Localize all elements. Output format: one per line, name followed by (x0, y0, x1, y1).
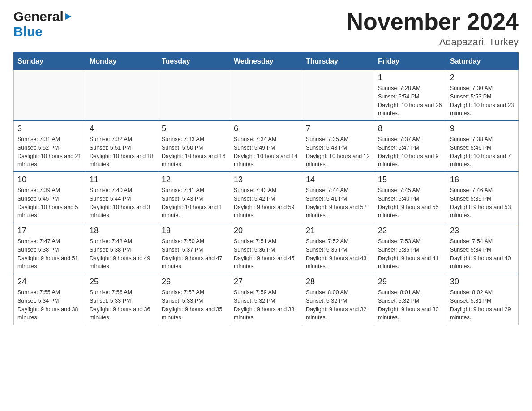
day-number: 7 (306, 124, 370, 133)
calendar-cell: 15Sunrise: 7:45 AMSunset: 5:40 PMDayligh… (374, 172, 446, 223)
day-info: Sunrise: 7:47 AMSunset: 5:38 PMDaylight:… (17, 237, 82, 271)
day-number: 16 (450, 175, 515, 184)
day-number: 15 (378, 175, 442, 184)
day-info: Sunrise: 7:51 AMSunset: 5:36 PMDaylight:… (234, 237, 298, 271)
day-number: 26 (162, 277, 226, 287)
calendar-cell (86, 70, 158, 121)
day-number: 18 (90, 226, 154, 235)
day-number: 13 (234, 175, 298, 184)
day-number: 3 (17, 124, 82, 133)
day-number: 1 (378, 73, 442, 82)
day-info: Sunrise: 7:59 AMSunset: 5:32 PMDaylight:… (234, 288, 298, 322)
calendar-week-row: 17Sunrise: 7:47 AMSunset: 5:38 PMDayligh… (14, 223, 519, 274)
calendar-header-monday: Monday (86, 53, 158, 70)
calendar-cell: 18Sunrise: 7:48 AMSunset: 5:38 PMDayligh… (86, 223, 158, 274)
calendar-table: SundayMondayTuesdayWednesdayThursdayFrid… (13, 52, 519, 325)
calendar-header-row: SundayMondayTuesdayWednesdayThursdayFrid… (14, 53, 519, 70)
day-number: 20 (234, 226, 298, 235)
day-info: Sunrise: 7:34 AMSunset: 5:49 PMDaylight:… (234, 135, 298, 169)
day-info: Sunrise: 7:45 AMSunset: 5:40 PMDaylight:… (378, 186, 442, 220)
day-number: 21 (306, 226, 370, 235)
calendar-cell: 7Sunrise: 7:35 AMSunset: 5:48 PMDaylight… (302, 121, 374, 172)
calendar-cell: 11Sunrise: 7:40 AMSunset: 5:44 PMDayligh… (86, 172, 158, 223)
day-number: 5 (162, 124, 226, 133)
calendar-cell: 4Sunrise: 7:32 AMSunset: 5:51 PMDaylight… (86, 121, 158, 172)
day-number: 19 (162, 226, 226, 235)
calendar-cell: 3Sunrise: 7:31 AMSunset: 5:52 PMDaylight… (14, 121, 86, 172)
day-number: 29 (378, 277, 442, 287)
day-number: 27 (234, 277, 298, 287)
day-number: 10 (17, 175, 82, 184)
calendar-header-saturday: Saturday (446, 53, 519, 70)
logo: General Blue (13, 9, 73, 39)
calendar-cell: 22Sunrise: 7:53 AMSunset: 5:35 PMDayligh… (374, 223, 446, 274)
calendar-cell: 26Sunrise: 7:57 AMSunset: 5:33 PMDayligh… (158, 274, 230, 325)
month-title: November 2024 (347, 9, 519, 34)
day-info: Sunrise: 7:53 AMSunset: 5:35 PMDaylight:… (378, 237, 442, 271)
day-info: Sunrise: 7:41 AMSunset: 5:43 PMDaylight:… (162, 186, 226, 220)
calendar-cell: 29Sunrise: 8:01 AMSunset: 5:32 PMDayligh… (374, 274, 446, 325)
day-info: Sunrise: 8:01 AMSunset: 5:32 PMDaylight:… (378, 288, 442, 322)
calendar-cell: 23Sunrise: 7:54 AMSunset: 5:34 PMDayligh… (446, 223, 519, 274)
day-info: Sunrise: 7:55 AMSunset: 5:34 PMDaylight:… (17, 288, 82, 322)
svg-marker-0 (65, 13, 72, 20)
calendar-week-row: 10Sunrise: 7:39 AMSunset: 5:45 PMDayligh… (14, 172, 519, 223)
calendar-cell: 14Sunrise: 7:44 AMSunset: 5:41 PMDayligh… (302, 172, 374, 223)
calendar-cell: 19Sunrise: 7:50 AMSunset: 5:37 PMDayligh… (158, 223, 230, 274)
calendar-header-wednesday: Wednesday (230, 53, 302, 70)
calendar-cell: 2Sunrise: 7:30 AMSunset: 5:53 PMDaylight… (446, 70, 519, 121)
calendar-header-tuesday: Tuesday (158, 53, 230, 70)
logo-triangle-icon (64, 13, 73, 22)
day-info: Sunrise: 7:46 AMSunset: 5:39 PMDaylight:… (450, 186, 515, 220)
calendar-week-row: 1Sunrise: 7:28 AMSunset: 5:54 PMDaylight… (14, 70, 519, 121)
day-info: Sunrise: 7:50 AMSunset: 5:37 PMDaylight:… (162, 237, 226, 271)
calendar-cell: 24Sunrise: 7:55 AMSunset: 5:34 PMDayligh… (14, 274, 86, 325)
day-number: 22 (378, 226, 442, 235)
calendar-week-row: 3Sunrise: 7:31 AMSunset: 5:52 PMDaylight… (14, 121, 519, 172)
calendar-cell: 27Sunrise: 7:59 AMSunset: 5:32 PMDayligh… (230, 274, 302, 325)
calendar-cell: 21Sunrise: 7:52 AMSunset: 5:36 PMDayligh… (302, 223, 374, 274)
day-info: Sunrise: 7:43 AMSunset: 5:42 PMDaylight:… (234, 186, 298, 220)
calendar-cell: 12Sunrise: 7:41 AMSunset: 5:43 PMDayligh… (158, 172, 230, 223)
day-number: 23 (450, 226, 515, 235)
day-number: 30 (450, 277, 515, 287)
day-info: Sunrise: 7:48 AMSunset: 5:38 PMDaylight:… (90, 237, 154, 271)
calendar-cell (302, 70, 374, 121)
day-info: Sunrise: 7:39 AMSunset: 5:45 PMDaylight:… (17, 186, 82, 220)
day-info: Sunrise: 7:37 AMSunset: 5:47 PMDaylight:… (378, 135, 442, 169)
calendar-cell: 16Sunrise: 7:46 AMSunset: 5:39 PMDayligh… (446, 172, 519, 223)
calendar-cell (158, 70, 230, 121)
calendar-cell: 5Sunrise: 7:33 AMSunset: 5:50 PMDaylight… (158, 121, 230, 172)
day-number: 12 (162, 175, 226, 184)
day-number: 14 (306, 175, 370, 184)
calendar-header-thursday: Thursday (302, 53, 374, 70)
logo-blue-text: Blue (13, 24, 43, 39)
day-number: 17 (17, 226, 82, 235)
calendar-cell: 8Sunrise: 7:37 AMSunset: 5:47 PMDaylight… (374, 121, 446, 172)
title-area: November 2024 Adapazari, Turkey (347, 9, 519, 48)
calendar-cell: 17Sunrise: 7:47 AMSunset: 5:38 PMDayligh… (14, 223, 86, 274)
calendar-header-friday: Friday (374, 53, 446, 70)
page-header: General Blue November 2024 Adapazari, Tu… (13, 9, 519, 48)
day-info: Sunrise: 7:30 AMSunset: 5:53 PMDaylight:… (450, 84, 515, 118)
day-info: Sunrise: 7:28 AMSunset: 5:54 PMDaylight:… (378, 84, 442, 118)
calendar-header-sunday: Sunday (14, 53, 86, 70)
calendar-cell: 20Sunrise: 7:51 AMSunset: 5:36 PMDayligh… (230, 223, 302, 274)
day-info: Sunrise: 7:54 AMSunset: 5:34 PMDaylight:… (450, 237, 515, 271)
calendar-cell: 25Sunrise: 7:56 AMSunset: 5:33 PMDayligh… (86, 274, 158, 325)
day-info: Sunrise: 7:31 AMSunset: 5:52 PMDaylight:… (17, 135, 82, 169)
calendar-cell: 30Sunrise: 8:02 AMSunset: 5:31 PMDayligh… (446, 274, 519, 325)
day-info: Sunrise: 7:38 AMSunset: 5:46 PMDaylight:… (450, 135, 515, 169)
day-number: 25 (90, 277, 154, 287)
day-info: Sunrise: 7:44 AMSunset: 5:41 PMDaylight:… (306, 186, 370, 220)
day-number: 2 (450, 73, 515, 82)
calendar-cell: 10Sunrise: 7:39 AMSunset: 5:45 PMDayligh… (14, 172, 86, 223)
day-number: 9 (450, 124, 515, 133)
day-info: Sunrise: 8:02 AMSunset: 5:31 PMDaylight:… (450, 288, 515, 322)
calendar-cell (14, 70, 86, 121)
logo-general-text: General (13, 9, 64, 24)
calendar-cell: 13Sunrise: 7:43 AMSunset: 5:42 PMDayligh… (230, 172, 302, 223)
day-info: Sunrise: 7:32 AMSunset: 5:51 PMDaylight:… (90, 135, 154, 169)
day-info: Sunrise: 7:35 AMSunset: 5:48 PMDaylight:… (306, 135, 370, 169)
location: Adapazari, Turkey (347, 36, 519, 48)
